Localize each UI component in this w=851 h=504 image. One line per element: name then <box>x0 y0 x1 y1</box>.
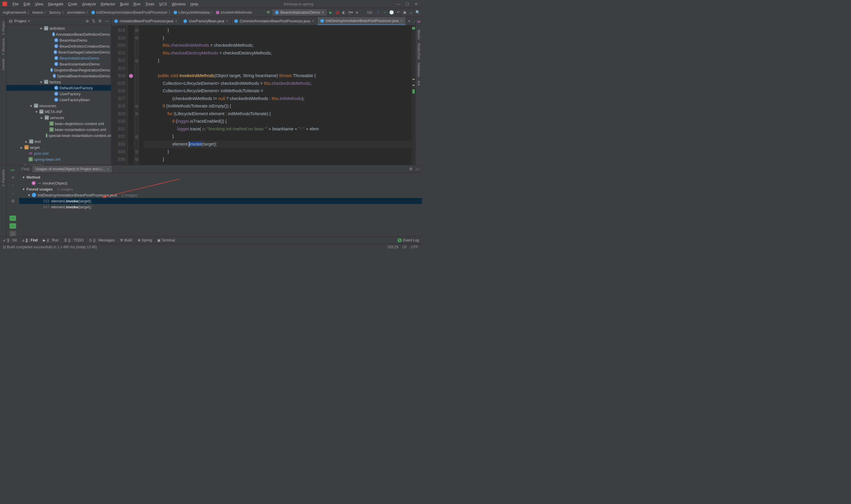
tree-item[interactable]: ▸▬target <box>6 144 111 150</box>
bottom-messages[interactable]: ⊙ 0: Messages <box>89 238 115 242</box>
tool-maven[interactable]: Maven <box>417 28 421 41</box>
breadcrumb[interactable]: beans <box>31 10 44 15</box>
find-gear-icon[interactable]: ⚙ <box>409 167 413 171</box>
debug-icon[interactable]: 🐞 <box>335 10 340 15</box>
bottom-run[interactable]: ▶ 4: Run <box>43 238 58 242</box>
coverage-icon[interactable]: ◐ <box>342 10 346 15</box>
menu-analyze[interactable]: Analyze <box>80 2 98 6</box>
breadcrumb[interactable]: invokeInitMethods <box>215 10 253 15</box>
down-icon[interactable]: ↓ <box>10 190 16 196</box>
tool-restfultool[interactable]: RestfulTool <box>417 41 421 61</box>
tree-item[interactable]: ▾▬factory <box>6 79 111 85</box>
line-separator[interactable]: LF <box>402 245 407 249</box>
run-config-selector[interactable]: BeanInitializationDemo▾ <box>272 9 327 16</box>
expand-icon[interactable]: ⇅ <box>92 19 95 23</box>
git-revert-icon[interactable]: ↶ <box>396 10 400 15</box>
close-icon[interactable]: ✕ <box>415 2 418 6</box>
find-results-tree[interactable]: ▾Method m⊸invoke(Object) ▾Found usages 2… <box>19 173 422 236</box>
gear-icon[interactable]: ⚙ <box>98 19 102 23</box>
breadcrumb[interactable]: InitDestroyAnnotationBeanPostProcessor <box>90 10 168 15</box>
stop-icon[interactable]: ■ <box>355 10 359 15</box>
editor-tab[interactable]: CommonAnnotationBeanPostProcessor.java× <box>231 17 318 25</box>
search-everywhere-icon[interactable]: 🔍 <box>415 10 420 15</box>
menu-vcs[interactable]: VCS <box>157 2 169 6</box>
menu-tools[interactable]: Tools <box>143 2 157 6</box>
tree-item[interactable]: xspring-bean.iml <box>6 156 111 162</box>
breadcrumb[interactable]: annotation <box>66 10 86 15</box>
tree-item[interactable]: CUserFactoryBean <box>6 97 111 103</box>
file-encoding[interactable]: UTF- <box>411 245 419 249</box>
menu-refactor[interactable]: Refactor <box>98 2 117 6</box>
tree-item[interactable]: mpom.xml <box>6 150 111 156</box>
bottom-spring[interactable]: ❀ Spring <box>138 238 152 242</box>
breadcrumb[interactable]: factory <box>48 10 62 15</box>
tool-database[interactable]: Database <box>417 61 421 78</box>
hammer-icon[interactable]: ⚒ <box>266 10 271 15</box>
tree-item[interactable]: ▾▬definition <box>6 25 111 31</box>
bottom-terminal[interactable]: ▣ Terminal <box>157 238 175 242</box>
rerun-icon[interactable]: ▸▸ <box>10 167 16 173</box>
tree-item[interactable]: CBeanDefinitionCreationDemo <box>6 43 111 49</box>
bottom-build[interactable]: ⚒ Build <box>120 238 132 242</box>
hide-icon[interactable]: — <box>105 19 109 23</box>
menu-help[interactable]: Help <box>188 2 201 6</box>
find-hide-icon[interactable]: — <box>416 167 419 171</box>
tree-item[interactable]: ▸▬services <box>6 114 111 121</box>
menu-window[interactable]: Window <box>169 2 188 6</box>
tree-item[interactable]: CSingletonBeanRegistrationDemo <box>6 67 111 73</box>
tree-item[interactable]: CUserFactory <box>6 91 111 97</box>
run-icon[interactable]: ▶ <box>328 10 333 15</box>
usage-row[interactable]: 333element.invoke(target); <box>19 198 422 204</box>
tree-item[interactable]: CDefaultUserFactory <box>6 85 111 91</box>
bottom-git[interactable]: ↙ 9: Git <box>3 238 17 242</box>
menu-navigate[interactable]: Navigate <box>46 2 66 6</box>
tree-item[interactable]: CBeanAliasDemo <box>6 37 111 43</box>
code-editor[interactable]: 3183193203213223233243253263273283293303… <box>111 25 415 165</box>
project-tree[interactable]: ▾▬definitionCAnnotationBeanDefinitionDem… <box>6 25 111 165</box>
search-icon[interactable]: ⌕ <box>409 10 414 15</box>
git-commit-icon[interactable]: ✓ <box>383 10 387 15</box>
git-history-icon[interactable]: 🕓 <box>389 10 394 15</box>
menu-file[interactable]: File <box>10 2 21 6</box>
menu-view[interactable]: View <box>33 2 46 6</box>
bottom-todo[interactable]: ☰ 6: TODO <box>64 238 84 242</box>
bottom-find[interactable]: ⌕ 3: Find <box>22 238 38 242</box>
menu-build[interactable]: Build <box>117 2 131 6</box>
breadcrumb[interactable]: LifecycleMetadata <box>173 10 211 15</box>
menu-edit[interactable]: Edit <box>21 2 33 6</box>
git-update-icon[interactable]: ✓ <box>376 10 381 15</box>
tree-item[interactable]: CBeanGarbageCollectionDemo <box>6 49 111 55</box>
tabs-dropdown-icon[interactable]: ▾ <box>408 19 410 23</box>
cursor-position[interactable]: 333:29 <box>387 245 398 249</box>
tree-item[interactable]: CSpecialBeanInstantiationDemo <box>6 73 111 79</box>
tree-item[interactable]: mpom.xml <box>6 162 111 165</box>
editor-tab[interactable]: UserFactoryBean.java× <box>180 17 231 25</box>
tool-commit[interactable]: Commit <box>1 57 5 72</box>
editor-tab[interactable]: nnotationBeanPostProcessor.java× <box>111 17 180 25</box>
tree-item[interactable]: ▾▬META-INF <box>6 109 111 114</box>
tree-item[interactable]: CBeanInstantiationDemo <box>6 61 111 67</box>
tree-item[interactable]: CBeanInitializationDemo <box>6 55 111 61</box>
tree-item[interactable]: ▾▬resources <box>6 103 111 109</box>
layout-icon[interactable]: ⊞ <box>10 198 16 203</box>
up-icon[interactable]: ↑ <box>10 182 16 188</box>
close-find-icon[interactable]: ✕ <box>10 175 16 180</box>
tree-item[interactable]: xbean-deginitions-context.xml <box>6 121 111 127</box>
usage-row[interactable]: 347element.invoke(target); <box>19 204 422 210</box>
tree-item[interactable]: xspecial-bean-instantiation-context.xml <box>6 132 111 139</box>
editor-tab[interactable]: InitDestroyAnnotationBeanPostProcessor.j… <box>318 17 406 25</box>
minimize-icon[interactable]: — <box>396 2 400 6</box>
tree-item[interactable]: xbean-instantiation-context.xml <box>6 127 111 132</box>
prev-occur-icon[interactable]: ← <box>10 223 16 229</box>
info-icon[interactable]: i <box>10 231 16 236</box>
tool-ant[interactable]: Ant <box>417 79 421 88</box>
profile-icon[interactable]: ◔▾ <box>348 10 353 15</box>
tree-item[interactable]: ▸▬test <box>6 139 111 144</box>
breadcrumb[interactable]: ingframework <box>2 10 28 15</box>
maximize-icon[interactable]: ☐ <box>405 2 409 6</box>
tool-favorites[interactable]: 2: Favorites <box>1 167 5 188</box>
tool-structure[interactable]: 7: Structure <box>1 37 5 57</box>
next-occur-icon[interactable]: → <box>10 216 16 221</box>
tool-project[interactable]: 1: Project <box>1 19 5 37</box>
event-log-button[interactable]: 1Event Log <box>398 238 419 242</box>
